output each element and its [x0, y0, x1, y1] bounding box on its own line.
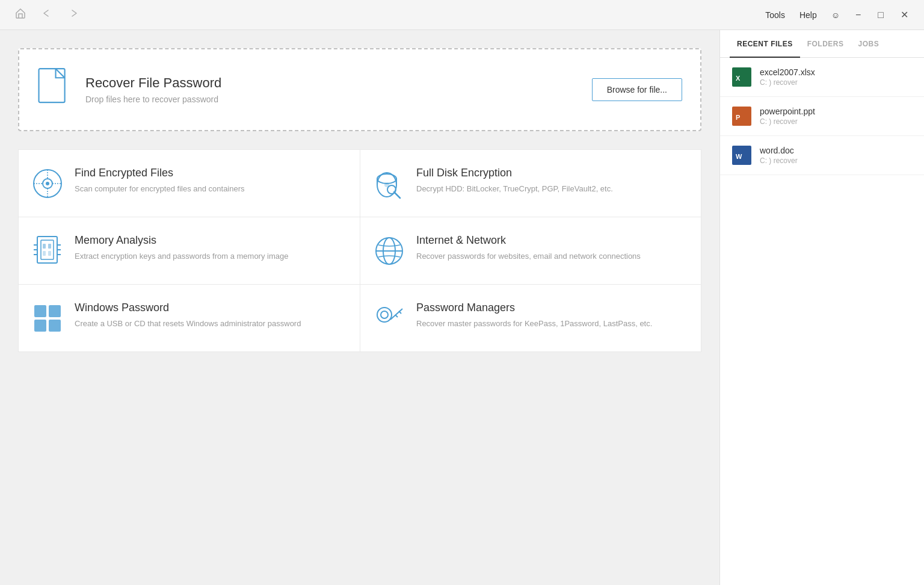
windows-icon: [31, 302, 64, 335]
memory-icon: [31, 234, 64, 267]
ppt-file-name: powerpoint.ppt: [760, 107, 815, 116]
xlsx-file-info: excel2007.xlsx C: ) recover: [760, 67, 815, 87]
xlsx-file-path: C: ) recover: [760, 78, 815, 87]
forward-button[interactable]: [63, 5, 84, 25]
memory-analysis-content: Memory Analysis Extract encryption keys …: [75, 234, 288, 262]
find-encrypted-title: Find Encrypted Files: [75, 167, 245, 179]
svg-line-37: [399, 311, 401, 314]
xlsx-file-name: excel2007.xlsx: [760, 67, 815, 77]
find-encrypted-content: Find Encrypted Files Scan computer for e…: [75, 167, 245, 195]
svg-text:W: W: [736, 153, 742, 160]
svg-line-36: [390, 309, 402, 320]
ppt-file-info: powerpoint.ppt C: ) recover: [760, 107, 815, 126]
help-menu[interactable]: Help: [795, 8, 822, 22]
windows-password-desc: Create a USB or CD that resets Windows a…: [75, 318, 301, 330]
back-button[interactable]: [36, 5, 58, 25]
svg-rect-31: [49, 305, 61, 317]
maximize-button[interactable]: □: [872, 7, 890, 23]
tab-folders[interactable]: FOLDERS: [800, 30, 851, 58]
find-encrypted-desc: Scan computer for encrypted files and co…: [75, 183, 245, 195]
doc-file-name: word.doc: [760, 146, 798, 155]
windows-password-title: Windows Password: [75, 302, 301, 314]
password-managers-title: Password Managers: [416, 302, 652, 314]
feature-memory-analysis[interactable]: Memory Analysis Extract encryption keys …: [18, 217, 360, 284]
feature-grid: Find Encrypted Files Scan computer for e…: [18, 149, 701, 352]
svg-rect-32: [34, 320, 46, 332]
internet-network-desc: Recover passwords for websites, email an…: [416, 250, 641, 262]
drop-zone-subtitle: Drop files here to recover password: [85, 94, 580, 104]
svg-point-14: [387, 185, 396, 194]
feature-windows-password[interactable]: Windows Password Create a USB or CD that…: [18, 284, 360, 352]
svg-rect-16: [41, 240, 54, 259]
recent-file-xlsx[interactable]: X excel2007.xlsx C: ) recover: [720, 58, 924, 97]
full-disk-title: Full Disk Encryption: [416, 167, 613, 179]
drop-zone-text: Recover File Password Drop files here to…: [85, 75, 580, 104]
recent-file-ppt[interactable]: P powerpoint.ppt C: ) recover: [720, 97, 924, 136]
titlebar-left: [10, 5, 84, 25]
titlebar-right: Tools Help ☺ − □ ✕: [760, 7, 914, 23]
svg-point-35: [381, 311, 388, 318]
password-managers-desc: Recover master passwords for KeePass, 1P…: [416, 318, 652, 330]
doc-file-icon: W: [732, 146, 751, 165]
drop-zone[interactable]: Recover File Password Drop files here to…: [18, 48, 701, 131]
svg-text:X: X: [736, 75, 741, 82]
svg-point-34: [377, 308, 392, 322]
doc-file-info: word.doc C: ) recover: [760, 146, 798, 165]
browse-button[interactable]: Browse for file...: [592, 78, 682, 101]
full-disk-desc: Decrypt HDD: BitLocker, TrueCrypt, PGP, …: [416, 183, 613, 195]
doc-file-path: C: ) recover: [760, 156, 798, 165]
home-button[interactable]: [10, 5, 31, 25]
disc-icon: [31, 167, 64, 200]
svg-point-3: [46, 182, 49, 185]
internet-network-title: Internet & Network: [416, 234, 641, 247]
globe-icon: [372, 234, 405, 267]
xlsx-file-icon: X: [732, 67, 751, 87]
svg-rect-26: [48, 251, 51, 256]
tab-recent-files[interactable]: RECENT FILES: [730, 30, 800, 58]
ppt-file-icon: P: [732, 107, 751, 126]
svg-rect-23: [43, 244, 46, 249]
close-button[interactable]: ✕: [895, 7, 914, 23]
svg-rect-25: [43, 251, 46, 256]
svg-rect-30: [34, 305, 46, 317]
memory-analysis-desc: Extract encryption keys and passwords fr…: [75, 250, 288, 262]
full-disk-content: Full Disk Encryption Decrypt HDD: BitLoc…: [416, 167, 613, 195]
svg-text:P: P: [736, 114, 740, 121]
recent-file-doc[interactable]: W word.doc C: ) recover: [720, 136, 924, 175]
nav-buttons: [10, 5, 84, 25]
minimize-button[interactable]: −: [849, 7, 867, 23]
svg-line-38: [395, 315, 398, 317]
file-icon: [37, 67, 73, 112]
titlebar: Tools Help ☺ − □ ✕: [0, 0, 924, 30]
sidebar-tabs: RECENT FILES FOLDERS JOBS: [720, 30, 924, 58]
tools-menu[interactable]: Tools: [760, 8, 790, 22]
sidebar-content: X excel2007.xlsx C: ) recover P powerpoi…: [720, 58, 924, 585]
main-layout: Recover File Password Drop files here to…: [0, 30, 924, 585]
feature-find-encrypted[interactable]: Find Encrypted Files Scan computer for e…: [18, 149, 360, 217]
drop-zone-title: Recover File Password: [85, 75, 580, 91]
emoji-button[interactable]: ☺: [827, 8, 845, 22]
internet-network-content: Internet & Network Recover passwords for…: [416, 234, 641, 262]
svg-point-9: [377, 174, 396, 184]
password-managers-content: Password Managers Recover master passwor…: [416, 302, 652, 330]
disk-search-icon: [372, 167, 405, 200]
key-icon: [372, 302, 405, 335]
svg-rect-24: [48, 244, 51, 249]
feature-internet-network[interactable]: Internet & Network Recover passwords for…: [360, 217, 701, 284]
tab-jobs[interactable]: JOBS: [851, 30, 887, 58]
ppt-file-path: C: ) recover: [760, 117, 815, 126]
sidebar: RECENT FILES FOLDERS JOBS X excel2007.xl…: [719, 30, 924, 585]
memory-analysis-title: Memory Analysis: [75, 234, 288, 247]
content-area: Recover File Password Drop files here to…: [0, 30, 719, 585]
feature-full-disk[interactable]: Full Disk Encryption Decrypt HDD: BitLoc…: [360, 149, 701, 217]
windows-password-content: Windows Password Create a USB or CD that…: [75, 302, 301, 330]
feature-password-managers[interactable]: Password Managers Recover master passwor…: [360, 284, 701, 352]
svg-rect-33: [49, 320, 61, 332]
